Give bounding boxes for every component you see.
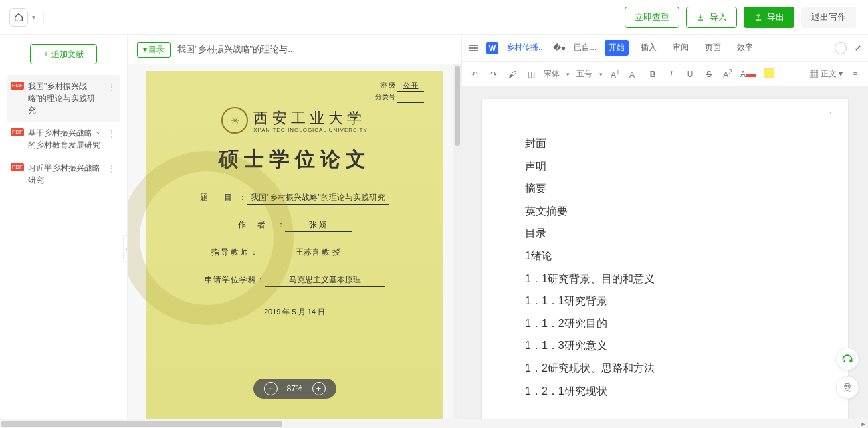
exit-button[interactable]: 退出写作 <box>801 7 856 28</box>
corner-mark-icon: ⌐ <box>500 108 504 116</box>
outline-item[interactable]: 1．1．1研究背景 <box>525 290 805 312</box>
plus-icon: + <box>43 49 48 59</box>
tab-efficiency[interactable]: 效率 <box>733 40 757 56</box>
font-grow-icon[interactable]: A+ <box>609 68 621 80</box>
paper-meta: 密 级 公 开 分类号 <box>165 80 424 103</box>
outline-item[interactable]: 1．2研究现状、思路和方法 <box>525 357 805 380</box>
upload-icon <box>754 13 763 22</box>
zoom-out-button[interactable]: − <box>263 382 277 395</box>
align-icon[interactable]: ≡ <box>849 70 861 79</box>
caret-down-icon[interactable]: ▾ <box>566 71 570 78</box>
redo-icon[interactable]: ↷ <box>487 70 500 79</box>
avatar[interactable] <box>835 42 847 54</box>
pdf-badge-icon: PDF <box>11 163 24 171</box>
zoom-value: 87% <box>286 384 302 393</box>
home-caret-icon[interactable]: ▾ <box>32 13 35 21</box>
paper-cover: 密 级 公 开 分类号 ✳ 西安工业大学 XI'AN TECHNOLOGICAL… <box>146 71 443 419</box>
bot-icon <box>841 381 854 394</box>
scroll-right-icon[interactable]: ► <box>859 419 868 428</box>
university-row: ✳ 西安工业大学 XI'AN TECHNOLOGICAL UNIVERSITY <box>165 107 424 134</box>
add-literature-label: 追加文献 <box>51 49 84 60</box>
doc-title: 我国"乡村振兴战略"的理论与... <box>177 43 295 56</box>
eraser-icon[interactable]: ◫ <box>525 70 537 79</box>
outline-item[interactable]: 1绪论 <box>525 245 805 268</box>
saved-label: 已自... <box>574 42 596 54</box>
home-button[interactable] <box>9 8 28 27</box>
pdf-badge-icon: PDF <box>11 128 24 136</box>
editor-tabbar: W 乡村传播... �● 已自... 开始 插入 审阅 页面 效率 ⤢ <box>462 35 868 62</box>
pdf-scrollbar[interactable] <box>453 64 461 419</box>
word-app-icon: W <box>486 42 498 54</box>
main: + 追加文献 PDF 我国"乡村振兴战略"的理论与实践研究 ⋮ PDF 基于乡村… <box>0 35 868 419</box>
outline-item[interactable]: 声明 <box>525 155 805 178</box>
svg-point-0 <box>845 383 850 389</box>
zoom-in-button[interactable]: + <box>312 382 326 395</box>
sidebar: + 追加文献 PDF 我国"乡村振兴战略"的理论与实践研究 ⋮ PDF 基于乡村… <box>0 35 127 419</box>
caret-down-icon[interactable]: ▾ <box>599 71 603 78</box>
literature-item[interactable]: PDF 基于乡村振兴战略下的乡村教育发展研究 ⋮ <box>7 122 120 156</box>
tab-insert[interactable]: 插入 <box>637 40 661 56</box>
outline-item[interactable]: 1．1．2研究目的 <box>525 312 805 335</box>
zoom-control: − 87% + <box>253 379 336 399</box>
outline-list: 封面 声明 摘要 英文摘要 目录 1绪论 1．1研究背景、目的和意义 1．1．1… <box>525 132 805 402</box>
strike-icon[interactable]: S <box>703 70 715 79</box>
export-label: 导出 <box>767 11 784 23</box>
export-button[interactable]: 导出 <box>744 7 794 28</box>
toc-button[interactable]: ▾ 目录 <box>137 42 171 58</box>
literature-item[interactable]: PDF 习近平乡村振兴战略研究 ⋮ <box>7 156 120 191</box>
literature-item[interactable]: PDF 我国"乡村振兴战略"的理论与实践研究 ⋮ <box>7 75 120 122</box>
font-color-icon[interactable]: A <box>740 70 756 79</box>
import-label: 导入 <box>710 11 727 23</box>
font-shrink-icon[interactable]: A− <box>628 68 640 80</box>
editor-toolbar: ↶ ↷ 🖌 ◫ 宋体▾ 五号▾ A+ A− B I U S A2 A ▦ 正文 … <box>462 62 868 87</box>
editor-pane: W 乡村传播... �● 已自... 开始 插入 审阅 页面 效率 ⤢ ↶ ↷ … <box>461 35 868 419</box>
tab-review[interactable]: 审阅 <box>669 40 693 56</box>
editor-filename[interactable]: 乡村传播... <box>506 42 545 54</box>
italic-icon[interactable]: I <box>665 70 677 79</box>
font-name-select[interactable]: 宋体 <box>544 68 560 80</box>
bold-icon[interactable]: B <box>647 70 659 79</box>
outline-item[interactable]: 1．1研究背景、目的和意义 <box>525 268 805 290</box>
editor-document-area[interactable]: ⌐ ¬ 封面 声明 摘要 英文摘要 目录 1绪论 1．1研究背景、目的和意义 1… <box>462 87 868 419</box>
underline-icon[interactable]: U <box>684 70 696 79</box>
import-button[interactable]: 导入 <box>686 7 737 28</box>
pdf-viewer: ▾ 目录 我国"乡村振兴战略"的理论与... 密 级 公 开 分类号 ✳ 西安工… <box>127 35 461 419</box>
undo-icon[interactable]: ↶ <box>469 70 481 79</box>
toc-label: 目录 <box>148 44 165 56</box>
check-button[interactable]: 立即查重 <box>625 7 679 28</box>
horizontal-scrollbar[interactable]: ◄ ► <box>0 419 868 428</box>
more-icon[interactable]: ⋮ <box>107 80 116 116</box>
more-icon[interactable]: ⋮ <box>107 162 116 186</box>
university-seal-icon: ✳ <box>221 107 248 134</box>
pdf-badge-icon: PDF <box>11 82 24 90</box>
paper-author: 张 娇 <box>285 219 352 232</box>
menu-icon[interactable] <box>469 45 478 51</box>
scroll-thumb[interactable] <box>1 421 282 427</box>
more-icon[interactable]: ⋮ <box>107 127 116 151</box>
headset-icon <box>841 352 854 366</box>
outline-item[interactable]: 英文摘要 <box>525 200 805 223</box>
university-name-en: XI'AN TECHNOLOGICAL UNIVERSITY <box>253 127 368 133</box>
watermark-icon <box>128 151 294 325</box>
highlight-icon[interactable] <box>763 68 775 80</box>
outline-item[interactable]: 1．1．3研究意义 <box>525 334 805 357</box>
tab-page[interactable]: 页面 <box>701 40 725 56</box>
font-size-select[interactable]: 五号 <box>576 68 592 80</box>
cloud-icon: �● <box>553 43 566 53</box>
support-button[interactable] <box>836 348 859 370</box>
tab-start[interactable]: 开始 <box>605 40 629 56</box>
assistant-button[interactable] <box>836 376 859 399</box>
outline-item[interactable]: 1．2．1研究现状 <box>525 380 805 403</box>
superscript-icon[interactable]: A2 <box>722 68 734 80</box>
svg-point-1 <box>846 385 847 387</box>
pdf-header: ▾ 目录 我国"乡村振兴战略"的理论与... <box>128 35 461 64</box>
outline-item[interactable]: 摘要 <box>525 177 805 200</box>
add-literature-button[interactable]: + 追加文献 <box>30 44 97 64</box>
pdf-viewport[interactable]: 密 级 公 开 分类号 ✳ 西安工业大学 XI'AN TECHNOLOGICAL… <box>128 64 461 419</box>
expand-icon[interactable]: ⤢ <box>855 43 861 53</box>
outline-item[interactable]: 目录 <box>525 222 805 245</box>
outline-item[interactable]: 封面 <box>525 132 805 155</box>
editor-page[interactable]: ⌐ ¬ 封面 声明 摘要 英文摘要 目录 1绪论 1．1研究背景、目的和意义 1… <box>482 99 848 419</box>
style-select[interactable]: ▦ 正文 ▾ <box>810 68 843 80</box>
brush-icon[interactable]: 🖌 <box>506 70 518 79</box>
